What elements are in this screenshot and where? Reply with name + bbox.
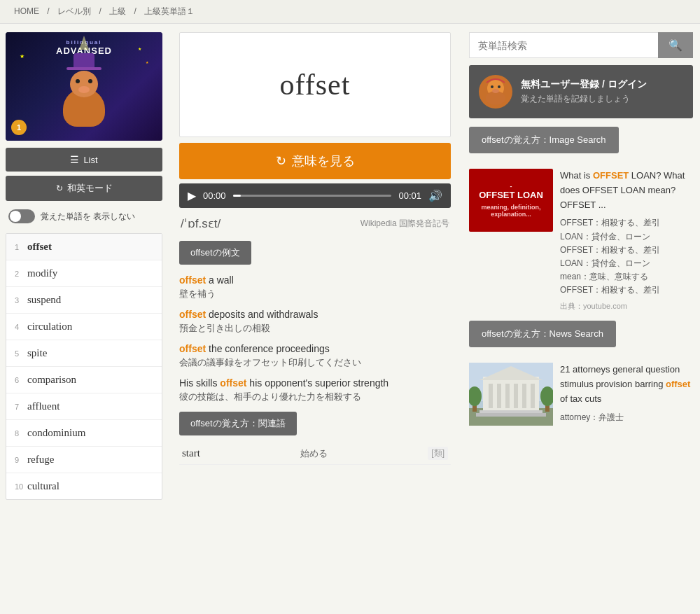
image-thumb-loan: - OFFSET LOAN meaning, definition, expla… — [469, 169, 553, 232]
word-text: affluent — [27, 400, 59, 412]
word-text: modify — [27, 267, 57, 279]
image-content: What is OFFSET LOAN? What does OFFSET LO… — [560, 169, 693, 312]
word-item[interactable]: 4 circulation — [6, 314, 162, 340]
svg-rect-17 — [476, 413, 546, 417]
svg-point-4 — [492, 89, 499, 93]
svg-point-2 — [491, 85, 493, 88]
word-text: refuge — [27, 454, 54, 466]
refresh-icon: ↻ — [56, 183, 63, 193]
breadcrumb-home[interactable]: HOME — [14, 6, 39, 16]
word-num: 8 — [15, 429, 27, 438]
svg-rect-11 — [505, 384, 510, 408]
word-num: 10 — [15, 482, 27, 491]
highlight-word: offset — [179, 274, 206, 286]
word-item[interactable]: 1 offset — [6, 234, 162, 260]
svg-rect-10 — [497, 384, 501, 408]
related-header[interactable]: offsetの覚え方：関連語 — [179, 412, 297, 435]
word-text: offset — [27, 241, 52, 253]
phonetic: /ˈɒf.sɛt/ — [181, 216, 220, 231]
related-word: start — [182, 447, 200, 459]
news-search-button[interactable]: offsetの覚え方：News Search — [469, 321, 616, 347]
audio-start: 00:00 — [203, 190, 226, 201]
svg-rect-9 — [489, 384, 493, 408]
image-detail-6: OFFSET：相殺する、差引 — [560, 284, 693, 297]
loan-title: OFFSET LOAN — [479, 190, 543, 201]
toggle-switch[interactable] — [8, 209, 35, 223]
word-num: 4 — [15, 323, 27, 331]
image-result-card: - OFFSET LOAN meaning, definition, expla… — [469, 169, 693, 312]
breadcrumb-level[interactable]: レベル別 — [57, 6, 91, 16]
examples-container: offset a wall壁を補うoffset deposits and wit… — [179, 274, 451, 403]
word-item[interactable]: 5 spite — [6, 340, 162, 367]
audio-end: 00:01 — [398, 190, 421, 201]
word-num: 9 — [15, 456, 27, 464]
center-content: offset ↻ 意味を見る ▶ 00:00 00:01 🔊 /ˈɒf.sɛt/… — [168, 24, 462, 508]
example-en: offset the conference proceedings — [179, 343, 451, 354]
search-button[interactable]: 🔍 — [658, 32, 693, 58]
reveal-button[interactable]: ↻ 意味を見る — [179, 143, 451, 179]
login-title: 無料ユーザー登録 / ログイン — [521, 78, 647, 91]
highlight-word: offset — [179, 309, 206, 320]
news-thumb — [469, 363, 553, 426]
list-button[interactable]: ☰ List — [6, 148, 162, 172]
word-list: 1 offset2 modify3 suspend4 circulation5 … — [6, 233, 162, 500]
highlight-offset2: offset — [666, 379, 690, 389]
highlight-offset1: OFFSET — [593, 170, 629, 181]
highlight-word: offset — [179, 343, 206, 354]
mode-button[interactable]: ↻ 和英モード — [6, 176, 162, 201]
example-block: offset a wall壁を補う — [179, 274, 451, 300]
news-result-card: 21 attorneys general question stimulus p… — [469, 363, 693, 426]
example-en: offset a wall — [179, 274, 451, 286]
breadcrumb: HOME / レベル別 / 上級 / 上級英単語１ — [0, 0, 700, 24]
word-text: cultural — [27, 480, 59, 492]
word-num: 2 — [15, 270, 27, 278]
login-text: 無料ユーザー登録 / ログイン 覚えた単語を記録しましょう — [521, 78, 647, 105]
audio-progress[interactable] — [233, 195, 392, 197]
volume-icon[interactable]: 🔊 — [428, 189, 442, 202]
image-card-title: What is OFFSET LOAN? What does OFFSET LO… — [560, 169, 693, 212]
related-type: [類] — [428, 447, 448, 460]
audio-bar: ▶ 00:00 00:01 🔊 — [179, 183, 451, 208]
word-card: offset — [179, 32, 451, 137]
image-source: 出典：youtube.com — [560, 300, 693, 313]
svg-point-3 — [498, 85, 500, 88]
word-text: suspend — [27, 294, 61, 306]
book-cover: bilingual ADVANSED ★ ★ ★ — [6, 32, 162, 141]
image-detail-1: OFFSET：相殺する、差引 — [560, 216, 693, 230]
word-num: 7 — [15, 403, 27, 411]
image-search-button[interactable]: offsetの覚え方：Image Search — [469, 127, 619, 153]
word-item[interactable]: 8 condominium — [6, 420, 162, 447]
search-bar: 🔍 — [469, 32, 693, 58]
word-num: 6 — [15, 376, 27, 384]
word-num: 5 — [15, 349, 27, 358]
login-avatar — [479, 75, 512, 109]
image-detail-3: OFFSET：相殺する、差引 — [560, 244, 693, 257]
svg-rect-12 — [514, 384, 518, 408]
phonetic-row: /ˈɒf.sɛt/ Wikipedia 国際発音記号 — [179, 216, 451, 231]
breadcrumb-current: 上級英単語１ — [144, 6, 195, 16]
word-item[interactable]: 10 cultural — [6, 473, 162, 499]
wiki-link[interactable]: Wikipedia 国際発音記号 — [360, 218, 449, 230]
example-block: offset the conference proceedings会議の議事録を… — [179, 343, 451, 369]
example-block: offset deposits and withdrawals預金と引き出しの相… — [179, 309, 451, 335]
news-card-title: 21 attorneys general question stimulus p… — [560, 363, 693, 406]
word-item[interactable]: 3 suspend — [6, 287, 162, 314]
highlight-word: offset — [220, 377, 246, 389]
word-item[interactable]: 9 refuge — [6, 447, 162, 473]
login-card[interactable]: 無料ユーザー登録 / ログイン 覚えた単語を記録しましょう — [469, 65, 693, 118]
examples-label[interactable]: offsetの例文 — [179, 241, 251, 265]
list-icon: ☰ — [70, 154, 79, 165]
example-ja: 会議の議事録をオフセット印刷してください — [179, 356, 451, 369]
word-text: condominium — [27, 427, 85, 439]
word-item[interactable]: 7 affluent — [6, 393, 162, 420]
image-detail-4: LOAN：貸付金、ローン — [560, 257, 693, 270]
book-badge: 1 — [11, 120, 27, 135]
word-item[interactable]: 2 modify — [6, 260, 162, 287]
related-container: start 始める [類] — [179, 442, 451, 465]
play-button[interactable]: ▶ — [188, 189, 196, 202]
refresh-small-icon: ↻ — [276, 153, 286, 169]
word-item[interactable]: 6 comparison — [6, 367, 162, 393]
word-text: circulation — [27, 321, 72, 333]
search-input[interactable] — [469, 32, 658, 58]
breadcrumb-advanced[interactable]: 上級 — [109, 6, 126, 16]
